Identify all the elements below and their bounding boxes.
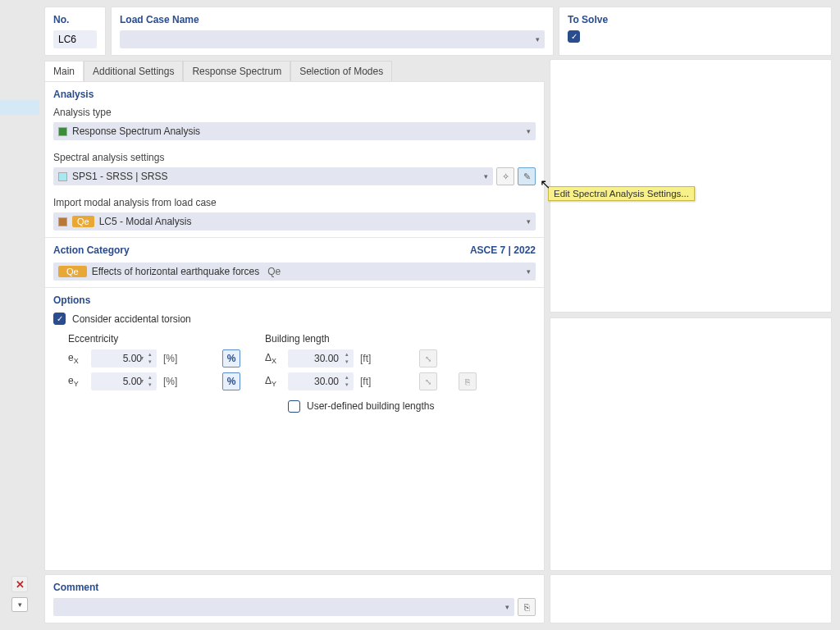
comment-dropdown[interactable]: ▾ (53, 598, 514, 616)
new-icon: ✧ (502, 171, 509, 182)
copy-icon: ⎘ (524, 602, 530, 612)
axis-icon: ⤡ (425, 377, 431, 386)
swatch-icon (58, 172, 67, 181)
tab-selection-modes[interactable]: Selection of Modes (290, 61, 392, 81)
loadcase-name-dropdown[interactable]: ▾ (120, 30, 545, 48)
edit-icon: ✎ (523, 171, 531, 182)
building-length-header: Building length (265, 333, 477, 345)
bottom-right-panel (550, 574, 832, 623)
step-up-icon[interactable]: ▴ (342, 374, 352, 381)
spectral-settings-value: SPS1 - SRSS | SRSS (72, 171, 168, 182)
tab-bar: Main Additional Settings Response Spectr… (44, 61, 545, 81)
user-defined-lengths-label: User-defined building lengths (307, 400, 434, 412)
copy-icon: ⎘ (465, 377, 470, 386)
tab-main[interactable]: Main (44, 61, 84, 81)
analysis-type-dropdown[interactable]: Response Spectrum Analysis ▾ (53, 122, 536, 140)
edit-spectral-button[interactable]: ✎ (518, 167, 536, 185)
check-icon: ✓ (571, 32, 578, 41)
unit-label: [%] (163, 353, 185, 364)
chevron-down-icon: ▾ (18, 600, 22, 609)
left-dropdown[interactable]: ▾ (11, 597, 28, 612)
chevron-down-icon: ▾ (140, 377, 144, 385)
spectral-settings-label: Spectral analysis settings (53, 152, 536, 163)
step-up-icon[interactable]: ▴ (145, 351, 155, 358)
comment-header: Comment (53, 582, 536, 593)
no-input[interactable] (53, 30, 97, 48)
comment-action-button[interactable]: ⎘ (518, 598, 536, 616)
swatch-icon (58, 217, 67, 226)
percent-button[interactable]: % (222, 349, 240, 368)
user-defined-lengths-checkbox[interactable] (288, 400, 300, 413)
qe-badge: Qe (58, 266, 87, 277)
spectral-settings-dropdown[interactable]: SPS1 - SRSS | SRSS ▾ (53, 167, 493, 185)
options-header: Options (53, 294, 536, 306)
tab-response-spectrum[interactable]: Response Spectrum (183, 61, 290, 81)
unit-label: [%] (163, 376, 185, 387)
accidental-torsion-checkbox[interactable]: ✓ (53, 313, 66, 325)
close-icon: ✕ (16, 578, 25, 591)
analysis-type-value: Response Spectrum Analysis (72, 126, 200, 137)
tosolve-label: To Solve (568, 14, 823, 25)
loadcase-name-label: Load Case Name (120, 14, 545, 25)
standard-label: ASCE 7 | 2022 (470, 244, 536, 256)
chevron-down-icon: ▾ (527, 267, 531, 276)
step-down-icon[interactable]: ▾ (145, 381, 155, 388)
step-down-icon[interactable]: ▾ (342, 358, 352, 365)
tosolve-checkbox[interactable]: ✓ (568, 30, 580, 43)
close-button[interactable]: ✕ (11, 576, 28, 592)
accidental-torsion-label: Consider accidental torsion (72, 313, 191, 325)
action-category-value: Effects of horizontal earthquake forces (92, 266, 260, 277)
unit-label: [ft] (360, 353, 381, 364)
check-icon: ✓ (57, 314, 63, 323)
no-label: No. (53, 14, 97, 25)
tab-additional[interactable]: Additional Settings (84, 61, 183, 81)
left-gutter: ✕ ▾ (0, 0, 39, 630)
swatch-icon (58, 127, 67, 136)
import-modal-value: LC5 - Modal Analysis (99, 216, 192, 227)
percent-button[interactable]: % (222, 372, 240, 390)
import-modal-dropdown[interactable]: Qe LC5 - Modal Analysis ▾ (53, 212, 536, 231)
ex-label: eX (68, 352, 84, 365)
step-down-icon[interactable]: ▾ (145, 358, 155, 365)
axis-button[interactable]: ⤡ (419, 372, 437, 390)
step-down-icon[interactable]: ▾ (342, 381, 352, 388)
dx-label: ΔX (265, 352, 281, 365)
action-category-dropdown[interactable]: Qe Effects of horizontal earthquake forc… (53, 262, 536, 281)
analysis-type-label: Analysis type (53, 107, 536, 118)
eccentricity-header: Eccentricity (68, 333, 240, 345)
ey-label: eY (68, 375, 84, 388)
analysis-header: Analysis (53, 89, 536, 100)
chevron-down-icon: ▾ (527, 127, 531, 135)
copy-button[interactable]: ⎘ (459, 372, 477, 390)
chevron-down-icon: ▾ (536, 35, 540, 43)
new-spectral-button[interactable]: ✧ (496, 167, 514, 185)
preview-panel-bottom (550, 317, 832, 571)
step-up-icon[interactable]: ▴ (342, 351, 352, 358)
list-selection[interactable] (0, 100, 39, 115)
action-category-header: Action Category (53, 244, 130, 256)
chevron-down-icon: ▾ (505, 603, 509, 611)
qe-badge: Qe (72, 216, 94, 227)
tooltip: Edit Spectral Analysis Settings... (548, 186, 695, 201)
step-up-icon[interactable]: ▴ (145, 374, 155, 381)
import-modal-label: Import modal analysis from load case (53, 197, 536, 208)
unit-label: [ft] (360, 376, 381, 387)
chevron-down-icon: ▾ (140, 354, 144, 362)
action-code: Qe (267, 266, 281, 277)
chevron-down-icon: ▾ (484, 172, 488, 180)
chevron-down-icon: ▾ (527, 217, 531, 226)
axis-button[interactable]: ⤡ (419, 349, 437, 368)
dy-label: ΔY (265, 375, 281, 388)
axis-icon: ⤡ (425, 354, 431, 363)
